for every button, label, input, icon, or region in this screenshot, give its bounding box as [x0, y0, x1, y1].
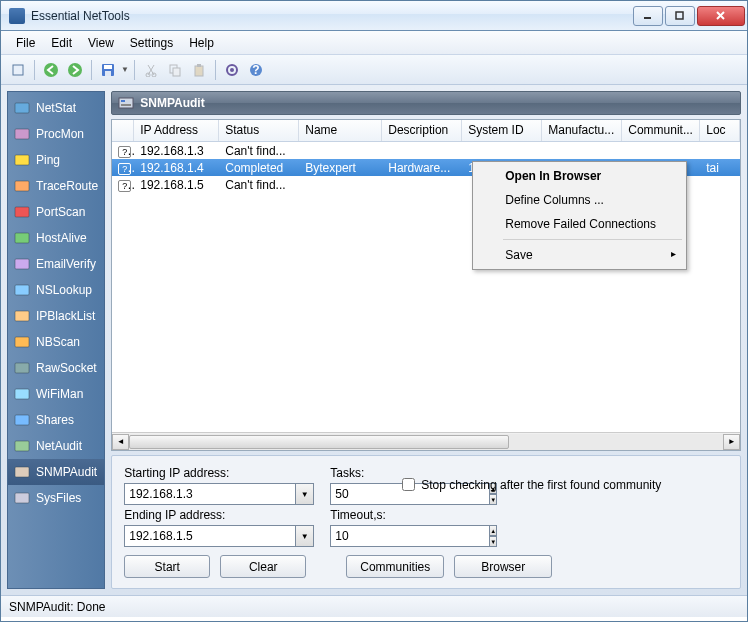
tasks-label: Tasks: — [330, 466, 386, 480]
sidebar-item-nbscan[interactable]: NBScan — [8, 329, 104, 355]
cell: tai — [700, 161, 740, 175]
context-menu-item[interactable]: Save — [475, 243, 684, 267]
sidebar-item-label: Ping — [36, 153, 60, 167]
spin-up-icon[interactable]: ▲ — [490, 525, 497, 536]
maximize-button[interactable] — [665, 6, 695, 26]
sidebar-item-hostalive[interactable]: HostAlive — [8, 225, 104, 251]
stop-checking-label: Stop checking after the first found comm… — [421, 478, 661, 492]
start-ip-combo[interactable]: ▼ — [124, 483, 314, 505]
sidebar-item-snmpaudit[interactable]: SNMPAudit — [8, 459, 104, 485]
dropdown-icon[interactable]: ▼ — [296, 525, 314, 547]
cell: 192.168.1.3 — [134, 144, 219, 158]
sidebar-item-ping[interactable]: Ping — [8, 147, 104, 173]
column-header[interactable]: Description — [382, 120, 462, 141]
tasks-spinner[interactable]: ▲▼ — [330, 483, 386, 505]
column-header[interactable]: System ID — [462, 120, 542, 141]
scroll-left-button[interactable]: ◄ — [112, 434, 129, 450]
menu-settings[interactable]: Settings — [123, 34, 180, 52]
sidebar-item-label: ProcMon — [36, 127, 84, 141]
column-header[interactable]: Loc — [700, 120, 740, 141]
column-header[interactable]: Name — [299, 120, 382, 141]
sidebar-item-wifiman[interactable]: WiFiMan — [8, 381, 104, 407]
sidebar-item-ipblacklist[interactable]: IPBlackList — [8, 303, 104, 329]
sidebar-item-traceroute[interactable]: TraceRoute — [8, 173, 104, 199]
close-button[interactable] — [697, 6, 745, 26]
menu-view[interactable]: View — [81, 34, 121, 52]
svg-rect-14 — [195, 66, 203, 76]
sidebar-item-shares[interactable]: Shares — [8, 407, 104, 433]
svg-text:?: ? — [252, 63, 259, 77]
start-ip-label: Starting IP address: — [124, 466, 314, 480]
context-menu-item[interactable]: Define Columns ... — [475, 188, 684, 212]
scroll-track[interactable] — [129, 434, 723, 450]
cell: ? — [112, 178, 134, 192]
column-header[interactable]: IP Address — [134, 120, 219, 141]
cell: ? — [112, 161, 134, 175]
column-header[interactable]: Communit... — [622, 120, 700, 141]
tool-copy-icon[interactable] — [164, 59, 186, 81]
separator — [134, 60, 135, 80]
sidebar-item-label: IPBlackList — [36, 309, 95, 323]
spin-down-icon[interactable]: ▼ — [490, 536, 497, 547]
cell: Can't find... — [219, 144, 299, 158]
dropdown-arrow-icon[interactable]: ▼ — [121, 65, 129, 74]
tool-icon — [14, 464, 30, 480]
tool-cut-icon[interactable] — [140, 59, 162, 81]
browser-button[interactable]: Browser — [454, 555, 552, 578]
cell: Hardware... — [382, 161, 462, 175]
cell: Bytexpert — [299, 161, 382, 175]
context-menu-item[interactable]: Remove Failed Connections — [475, 212, 684, 236]
sidebar-item-label: SysFiles — [36, 491, 81, 505]
end-ip-input[interactable] — [124, 525, 296, 547]
sidebar-item-rawsocket[interactable]: RawSocket — [8, 355, 104, 381]
column-header[interactable]: Status — [219, 120, 299, 141]
start-ip-input[interactable] — [124, 483, 296, 505]
sidebar-item-nslookup[interactable]: NSLookup — [8, 277, 104, 303]
tool-forward-icon[interactable] — [64, 59, 86, 81]
column-header[interactable]: Manufactu... — [542, 120, 622, 141]
clear-button[interactable]: Clear — [220, 555, 306, 578]
sidebar-item-portscan[interactable]: PortScan — [8, 199, 104, 225]
tool-paste-icon[interactable] — [188, 59, 210, 81]
grid-header: IP AddressStatusNameDescriptionSystem ID… — [112, 120, 740, 142]
status-text: SNMPAudit: Done — [9, 600, 106, 614]
sidebar-item-label: TraceRoute — [36, 179, 98, 193]
end-ip-combo[interactable]: ▼ — [124, 525, 314, 547]
tool-settings-icon[interactable] — [221, 59, 243, 81]
communities-button[interactable]: Communities — [346, 555, 444, 578]
sidebar-item-emailverify[interactable]: EmailVerify — [8, 251, 104, 277]
sidebar-item-label: HostAlive — [36, 231, 87, 245]
spin-down-icon[interactable]: ▼ — [490, 494, 497, 505]
end-ip-label: Ending IP address: — [124, 508, 314, 522]
sidebar-item-netaudit[interactable]: NetAudit — [8, 433, 104, 459]
tool-save-icon[interactable] — [97, 59, 119, 81]
scroll-right-button[interactable]: ► — [723, 434, 740, 450]
tool-help-icon[interactable]: ? — [245, 59, 267, 81]
horizontal-scrollbar[interactable]: ◄ ► — [112, 432, 740, 450]
start-button[interactable]: Start — [124, 555, 210, 578]
scroll-thumb[interactable] — [129, 435, 509, 449]
tool-new-icon[interactable] — [7, 59, 29, 81]
svg-rect-38 — [121, 104, 131, 106]
tool-icon — [14, 308, 30, 324]
sidebar-item-netstat[interactable]: NetStat — [8, 95, 104, 121]
column-header[interactable] — [112, 120, 134, 141]
sidebar-item-label: NSLookup — [36, 283, 92, 297]
timeout-label: Timeout,s: — [330, 508, 386, 522]
sidebar-item-sysfiles[interactable]: SysFiles — [8, 485, 104, 511]
timeout-spinner[interactable]: ▲▼ — [330, 525, 386, 547]
svg-rect-22 — [15, 155, 29, 165]
table-row[interactable]: ?192.168.1.3Can't find... — [112, 142, 740, 159]
sidebar-item-procmon[interactable]: ProcMon — [8, 121, 104, 147]
context-menu-item[interactable]: Open In Browser — [475, 164, 684, 188]
menu-file[interactable]: File — [9, 34, 42, 52]
menu-help[interactable]: Help — [182, 34, 221, 52]
timeout-input[interactable] — [330, 525, 490, 547]
stop-checking-checkbox[interactable] — [402, 478, 415, 491]
cell: Can't find... — [219, 178, 299, 192]
tool-icon — [14, 438, 30, 454]
dropdown-icon[interactable]: ▼ — [296, 483, 314, 505]
minimize-button[interactable] — [633, 6, 663, 26]
menu-edit[interactable]: Edit — [44, 34, 79, 52]
tool-back-icon[interactable] — [40, 59, 62, 81]
